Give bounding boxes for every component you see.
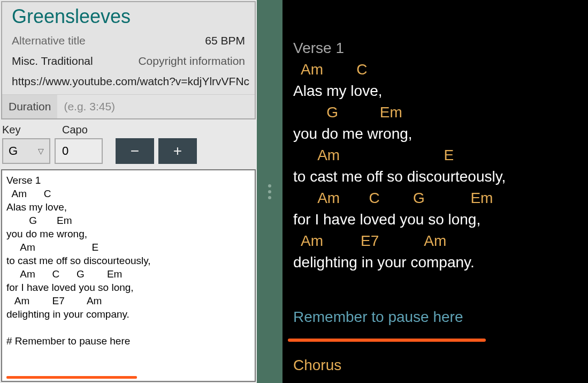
capo-input[interactable]: 0 (55, 138, 103, 164)
section-label: Chorus (293, 355, 577, 376)
bpm-field[interactable]: 65 BPM (205, 34, 245, 47)
capo-label: Capo (62, 124, 88, 136)
duration-label: Duration (2, 95, 57, 118)
transpose-down-button[interactable]: − (116, 138, 154, 164)
lyric-line: to cast me off so discourteously, (293, 166, 577, 187)
url-field[interactable]: https://www.youtube.com/watch?v=kdjYlrvV… (2, 73, 255, 94)
chord-line: Am C (293, 59, 577, 80)
key-value: G (9, 144, 18, 158)
key-label: Key (2, 124, 51, 136)
preview-panel: Verse 1 Am CAlas my love, G Emyou do me … (282, 0, 588, 383)
chord-line: Am E (293, 145, 577, 166)
chord-line: Am E7 Am (293, 230, 577, 252)
section-label: Verse 1 (293, 37, 577, 59)
key-select[interactable]: G ▽ (2, 138, 50, 164)
song-title[interactable]: Greensleeves (2, 2, 255, 32)
lyric-line: you do me wrong, (293, 123, 577, 145)
chord-line: Am C G Em (293, 187, 577, 209)
editor-container (1, 169, 256, 382)
artist-field[interactable]: Misc. Traditional (12, 55, 127, 67)
chevron-down-icon: ▽ (38, 147, 44, 155)
highlight-underline-icon (6, 376, 137, 379)
duration-row: Duration (e.g. 3:45) (2, 94, 255, 118)
copyright-field[interactable]: Copyright information (138, 55, 245, 67)
alt-title-field[interactable]: Alternative title (12, 34, 194, 47)
grip-dots-icon (268, 184, 271, 199)
song-metadata-box: Greensleeves Alternative title 65 BPM Mi… (1, 1, 256, 119)
lyric-line: delighting in your company. (293, 252, 577, 273)
capo-value: 0 (62, 144, 68, 158)
splitter-handle[interactable] (257, 0, 282, 383)
lyrics-editor[interactable] (2, 170, 255, 381)
duration-field[interactable]: (e.g. 3:45) (57, 95, 121, 118)
comment-line: Remember to pause here (293, 306, 577, 328)
editor-panel: Greensleeves Alternative title 65 BPM Mi… (0, 0, 257, 383)
highlight-underline-icon (288, 339, 486, 342)
key-capo-controls: G ▽ 0 − + (0, 137, 257, 169)
key-capo-labels: Key Capo (0, 119, 257, 137)
transpose-up-button[interactable]: + (158, 138, 197, 164)
chord-line: G Em (293, 102, 577, 123)
lyric-line: for I have loved you so long, (293, 209, 577, 230)
lyric-line: Alas my love, (293, 80, 577, 102)
